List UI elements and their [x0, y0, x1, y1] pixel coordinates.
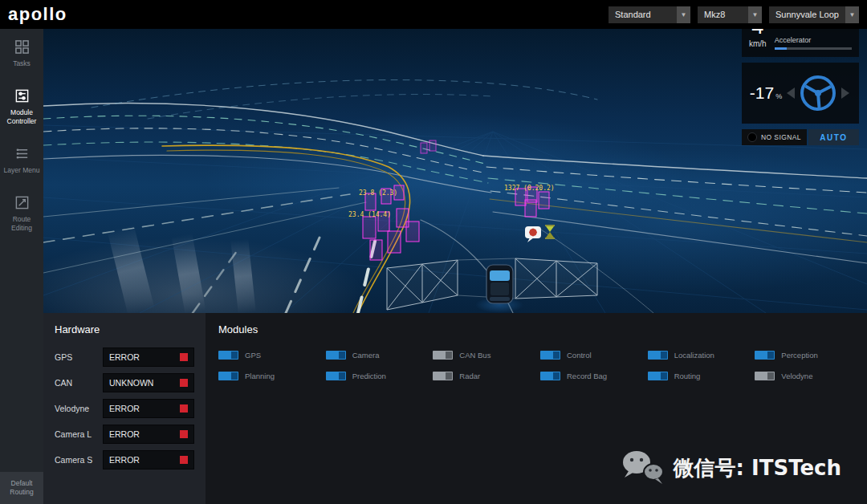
module-toggle[interactable]	[326, 372, 346, 380]
module-toggle[interactable]	[218, 372, 238, 380]
obstacle-label: 23.4 (14.4)	[348, 211, 391, 218]
module-label: GPS	[245, 351, 261, 360]
default-routing-button[interactable]: Default Routing	[0, 472, 43, 504]
signal-label: NO SIGNAL	[761, 133, 801, 141]
module-toggle[interactable]	[648, 351, 668, 360]
module-label: Record Bag	[567, 372, 607, 380]
speed-unit: km/h	[749, 39, 767, 48]
hardware-status: UNKNOWN	[103, 373, 194, 392]
module-controller-icon	[14, 88, 30, 104]
status-red-indicator	[180, 430, 188, 438]
steer-left-arrow-icon	[787, 87, 795, 99]
status-red-indicator	[180, 379, 188, 387]
module-item: Prediction	[326, 370, 425, 381]
accelerator-label: Accelerator	[775, 36, 852, 44]
sidebar-item-module-controller[interactable]: Module Controller	[0, 78, 43, 136]
hardware-name: GPS	[55, 352, 103, 362]
module-toggle[interactable]	[326, 351, 346, 360]
hardware-name: Camera L	[55, 429, 103, 439]
module-label: Localization	[674, 351, 714, 360]
traffic-signal-indicator: NO SIGNAL	[742, 129, 807, 145]
obstacle-label: 23.8 (2.3)	[359, 189, 397, 197]
sidebar-item-label: Tasks	[13, 59, 31, 68]
sidebar-item-tasks[interactable]: Tasks	[0, 29, 43, 78]
modules-title: Modules	[218, 323, 854, 335]
map-dropdown-value: Sunnyvale Loop	[769, 10, 845, 19]
steering-value: -17	[750, 83, 774, 102]
accelerator-bar-fill	[775, 47, 787, 50]
module-label: CAN Bus	[459, 351, 490, 360]
hardware-status: ERROR	[103, 348, 194, 367]
module-label: Control	[567, 351, 592, 360]
wechat-icon	[621, 449, 666, 486]
sidebar: Tasks Module Controller Layer Menu Route…	[0, 29, 43, 504]
module-item: Control	[540, 349, 640, 360]
sidebar-item-label: Layer Menu	[4, 166, 40, 175]
accelerator-bar	[775, 47, 852, 50]
chevron-down-icon: ▼	[748, 6, 762, 23]
vehicle-dropdown-value: Mkz8	[698, 10, 731, 19]
module-label: Camera	[352, 351, 380, 360]
mode-dropdown[interactable]: Standard ▼	[609, 6, 690, 23]
module-item: CAN Bus	[433, 349, 532, 360]
hardware-status: ERROR	[103, 425, 194, 444]
steering-unit: %	[775, 92, 782, 100]
module-label: Prediction	[352, 372, 386, 380]
hardware-status: ERROR	[103, 399, 194, 418]
status-red-indicator	[180, 353, 188, 361]
sidebar-item-label: Route Editing	[2, 215, 42, 233]
dreamview-app: apollo Standard ▼ Mkz8 ▼ Sunnyvale Loop …	[0, 0, 867, 504]
module-label: Radar	[459, 372, 480, 380]
module-toggle[interactable]	[433, 372, 453, 380]
status-red-indicator	[180, 404, 188, 413]
hardware-row: GPS ERROR	[55, 348, 194, 367]
hardware-row: Camera L ERROR	[55, 425, 194, 444]
module-item: Camera	[326, 349, 425, 360]
hardware-name: Camera S	[55, 455, 103, 465]
steer-right-arrow-icon	[841, 87, 849, 99]
module-item: Velodyne	[755, 370, 854, 381]
sidebar-item-layer-menu[interactable]: Layer Menu	[0, 136, 43, 185]
header-bar: apollo Standard ▼ Mkz8 ▼ Sunnyvale Loop …	[0, 0, 867, 29]
module-label: Perception	[781, 351, 817, 360]
module-item: Planning	[218, 370, 318, 381]
module-label: Velodyne	[781, 372, 812, 380]
tasks-icon	[14, 39, 30, 55]
module-toggle[interactable]	[755, 372, 775, 380]
hardware-name: Velodyne	[55, 404, 103, 413]
module-item: Radar	[433, 370, 532, 381]
route-editing-icon	[14, 195, 30, 210]
watermark: 微信号: ITSTech	[621, 449, 841, 486]
steering-wheel-icon	[797, 72, 839, 114]
driving-mode-badge: AUTO	[808, 129, 859, 145]
apollo-logo: apollo	[8, 4, 67, 25]
obstacle-label: 1327 (0.20.2)	[504, 185, 555, 192]
status-red-indicator	[180, 456, 188, 464]
module-item: Record Bag	[540, 370, 640, 381]
hardware-row: Camera S ERROR	[55, 450, 194, 469]
module-item: Perception	[755, 349, 854, 360]
modules-grid: GPS Camera CAN Bus Control Localization …	[218, 349, 854, 381]
module-item: Localization	[648, 349, 747, 360]
module-item: Routing	[648, 370, 747, 381]
watermark-text: 微信号: ITSTech	[674, 454, 841, 482]
map-dropdown[interactable]: Sunnyvale Loop ▼	[769, 6, 859, 23]
mode-dropdown-value: Standard	[609, 10, 657, 19]
hardware-name: CAN	[55, 378, 103, 388]
steering-panel: -17%	[742, 63, 859, 124]
module-toggle[interactable]	[540, 351, 560, 360]
module-toggle[interactable]	[755, 351, 775, 360]
module-label: Routing	[674, 372, 701, 380]
hardware-panel: Hardware GPS ERROR CAN UNKNOWN Velodyne …	[43, 313, 206, 504]
signal-light-icon	[747, 132, 757, 142]
vehicle-dropdown[interactable]: Mkz8 ▼	[698, 6, 762, 23]
module-toggle[interactable]	[540, 372, 560, 380]
module-label: Planning	[245, 372, 275, 380]
module-toggle[interactable]	[218, 351, 238, 360]
hardware-row: CAN UNKNOWN	[55, 373, 194, 392]
hardware-row: Velodyne ERROR	[55, 399, 194, 418]
module-toggle[interactable]	[648, 372, 668, 380]
signal-mode-row: NO SIGNAL AUTO	[742, 129, 859, 145]
sidebar-item-route-editing[interactable]: Route Editing	[0, 185, 43, 242]
module-toggle[interactable]	[433, 351, 453, 360]
